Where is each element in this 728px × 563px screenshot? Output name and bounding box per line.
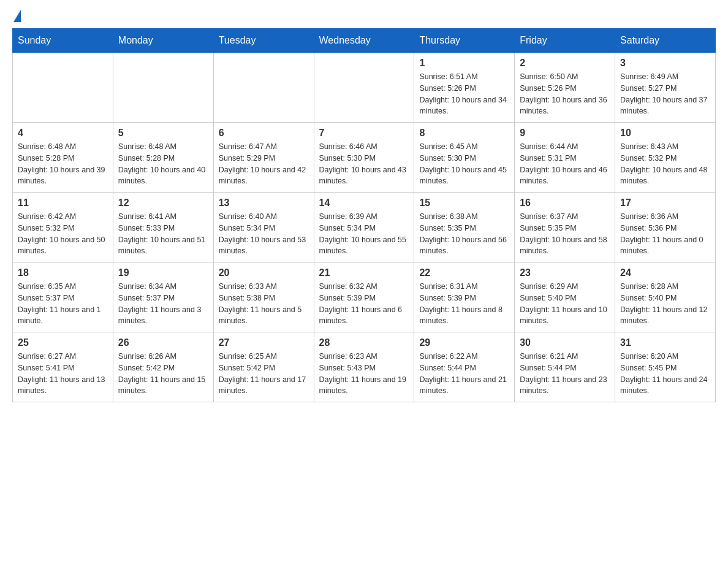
calendar-cell: 19Sunrise: 6:34 AM Sunset: 5:37 PM Dayli… [113,262,213,332]
day-number: 23 [520,267,610,278]
column-header-saturday: Saturday [615,29,716,53]
calendar-cell: 15Sunrise: 6:38 AM Sunset: 5:35 PM Dayli… [414,193,515,262]
calendar-cell: 25Sunrise: 6:27 AM Sunset: 5:41 PM Dayli… [13,332,113,402]
calendar-cell: 8Sunrise: 6:45 AM Sunset: 5:30 PM Daylig… [414,123,515,193]
day-info: Sunrise: 6:27 AM Sunset: 5:41 PM Dayligh… [18,351,108,397]
day-info: Sunrise: 6:51 AM Sunset: 5:26 PM Dayligh… [419,71,509,117]
logo-triangle-icon [13,10,21,22]
column-header-friday: Friday [515,29,615,53]
day-info: Sunrise: 6:33 AM Sunset: 5:38 PM Dayligh… [219,281,309,327]
day-info: Sunrise: 6:29 AM Sunset: 5:40 PM Dayligh… [520,281,610,327]
calendar-week-row: 18Sunrise: 6:35 AM Sunset: 5:37 PM Dayli… [13,262,716,332]
calendar-cell: 16Sunrise: 6:37 AM Sunset: 5:35 PM Dayli… [515,193,615,262]
calendar-cell: 5Sunrise: 6:48 AM Sunset: 5:28 PM Daylig… [113,123,213,193]
calendar-cell: 4Sunrise: 6:48 AM Sunset: 5:28 PM Daylig… [13,123,113,193]
day-info: Sunrise: 6:47 AM Sunset: 5:29 PM Dayligh… [219,141,309,187]
day-info: Sunrise: 6:48 AM Sunset: 5:28 PM Dayligh… [18,141,108,187]
day-number: 15 [419,197,509,209]
calendar-cell: 6Sunrise: 6:47 AM Sunset: 5:29 PM Daylig… [213,123,314,193]
day-info: Sunrise: 6:31 AM Sunset: 5:39 PM Dayligh… [419,281,509,327]
day-info: Sunrise: 6:38 AM Sunset: 5:35 PM Dayligh… [419,211,509,257]
day-number: 18 [18,267,108,278]
day-number: 6 [219,128,309,139]
calendar-cell: 2Sunrise: 6:50 AM Sunset: 5:26 PM Daylig… [515,53,615,123]
day-info: Sunrise: 6:37 AM Sunset: 5:35 PM Dayligh… [520,211,610,257]
calendar-cell: 24Sunrise: 6:28 AM Sunset: 5:40 PM Dayli… [615,262,716,332]
day-info: Sunrise: 6:34 AM Sunset: 5:37 PM Dayligh… [118,281,208,327]
day-info: Sunrise: 6:20 AM Sunset: 5:45 PM Dayligh… [620,351,710,397]
day-number: 9 [520,128,610,139]
day-number: 4 [18,128,108,139]
calendar-week-row: 25Sunrise: 6:27 AM Sunset: 5:41 PM Dayli… [13,332,716,402]
day-info: Sunrise: 6:36 AM Sunset: 5:36 PM Dayligh… [620,211,710,257]
calendar-cell: 10Sunrise: 6:43 AM Sunset: 5:32 PM Dayli… [615,123,716,193]
page-header [12,12,716,22]
column-header-thursday: Thursday [414,29,515,53]
day-info: Sunrise: 6:46 AM Sunset: 5:30 PM Dayligh… [319,141,409,187]
day-number: 25 [18,337,108,348]
calendar-cell: 12Sunrise: 6:41 AM Sunset: 5:33 PM Dayli… [113,193,213,262]
day-info: Sunrise: 6:48 AM Sunset: 5:28 PM Dayligh… [118,141,208,187]
calendar-cell: 29Sunrise: 6:22 AM Sunset: 5:44 PM Dayli… [414,332,515,402]
column-header-wednesday: Wednesday [314,29,414,53]
calendar-cell: 3Sunrise: 6:49 AM Sunset: 5:27 PM Daylig… [615,53,716,123]
calendar-cell [213,53,314,123]
calendar-cell: 28Sunrise: 6:23 AM Sunset: 5:43 PM Dayli… [314,332,414,402]
calendar-cell [13,53,113,123]
day-info: Sunrise: 6:41 AM Sunset: 5:33 PM Dayligh… [118,211,208,257]
day-info: Sunrise: 6:43 AM Sunset: 5:32 PM Dayligh… [620,141,710,187]
day-info: Sunrise: 6:45 AM Sunset: 5:30 PM Dayligh… [419,141,509,187]
day-info: Sunrise: 6:32 AM Sunset: 5:39 PM Dayligh… [319,281,409,327]
day-number: 13 [219,197,309,209]
calendar-cell [113,53,213,123]
calendar-cell: 26Sunrise: 6:26 AM Sunset: 5:42 PM Dayli… [113,332,213,402]
day-number: 26 [118,337,208,348]
column-header-tuesday: Tuesday [213,29,314,53]
calendar-cell: 18Sunrise: 6:35 AM Sunset: 5:37 PM Dayli… [13,262,113,332]
calendar-cell: 14Sunrise: 6:39 AM Sunset: 5:34 PM Dayli… [314,193,414,262]
day-number: 19 [118,267,208,278]
calendar-cell: 22Sunrise: 6:31 AM Sunset: 5:39 PM Dayli… [414,262,515,332]
calendar-cell: 20Sunrise: 6:33 AM Sunset: 5:38 PM Dayli… [213,262,314,332]
day-info: Sunrise: 6:22 AM Sunset: 5:44 PM Dayligh… [419,351,509,397]
day-number: 16 [520,197,610,209]
day-number: 5 [118,128,208,139]
day-number: 2 [520,58,610,69]
calendar-cell: 17Sunrise: 6:36 AM Sunset: 5:36 PM Dayli… [615,193,716,262]
calendar-cell: 1Sunrise: 6:51 AM Sunset: 5:26 PM Daylig… [414,53,515,123]
day-number: 17 [620,197,710,209]
day-number: 24 [620,267,710,278]
day-info: Sunrise: 6:25 AM Sunset: 5:42 PM Dayligh… [219,351,309,397]
calendar-cell: 30Sunrise: 6:21 AM Sunset: 5:44 PM Dayli… [515,332,615,402]
day-number: 22 [419,267,509,278]
calendar-cell: 31Sunrise: 6:20 AM Sunset: 5:45 PM Dayli… [615,332,716,402]
calendar-cell: 7Sunrise: 6:46 AM Sunset: 5:30 PM Daylig… [314,123,414,193]
calendar-cell: 21Sunrise: 6:32 AM Sunset: 5:39 PM Dayli… [314,262,414,332]
day-info: Sunrise: 6:23 AM Sunset: 5:43 PM Dayligh… [319,351,409,397]
calendar-header-row: SundayMondayTuesdayWednesdayThursdayFrid… [13,29,716,53]
logo [12,12,21,22]
calendar-table: SundayMondayTuesdayWednesdayThursdayFrid… [12,28,716,402]
calendar-cell: 11Sunrise: 6:42 AM Sunset: 5:32 PM Dayli… [13,193,113,262]
calendar-cell [314,53,414,123]
calendar-cell: 27Sunrise: 6:25 AM Sunset: 5:42 PM Dayli… [213,332,314,402]
day-info: Sunrise: 6:35 AM Sunset: 5:37 PM Dayligh… [18,281,108,327]
day-number: 30 [520,337,610,348]
day-number: 14 [319,197,409,209]
day-number: 20 [219,267,309,278]
day-info: Sunrise: 6:50 AM Sunset: 5:26 PM Dayligh… [520,71,610,117]
day-info: Sunrise: 6:26 AM Sunset: 5:42 PM Dayligh… [118,351,208,397]
day-info: Sunrise: 6:28 AM Sunset: 5:40 PM Dayligh… [620,281,710,327]
day-number: 11 [18,197,108,209]
calendar-cell: 9Sunrise: 6:44 AM Sunset: 5:31 PM Daylig… [515,123,615,193]
day-info: Sunrise: 6:42 AM Sunset: 5:32 PM Dayligh… [18,211,108,257]
day-info: Sunrise: 6:44 AM Sunset: 5:31 PM Dayligh… [520,141,610,187]
day-number: 31 [620,337,710,348]
day-number: 8 [419,128,509,139]
calendar-week-row: 1Sunrise: 6:51 AM Sunset: 5:26 PM Daylig… [13,53,716,123]
day-number: 12 [118,197,208,209]
day-number: 7 [319,128,409,139]
column-header-sunday: Sunday [13,29,113,53]
day-number: 28 [319,337,409,348]
day-info: Sunrise: 6:39 AM Sunset: 5:34 PM Dayligh… [319,211,409,257]
